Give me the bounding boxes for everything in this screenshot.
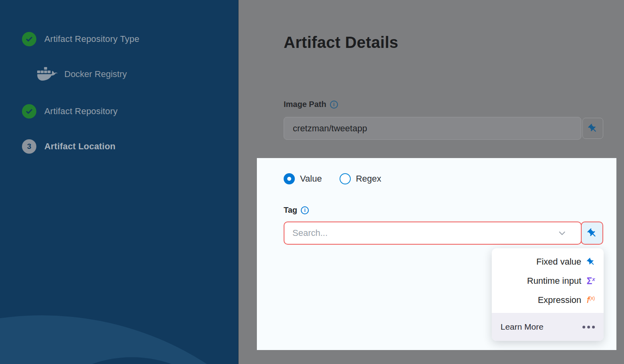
- image-path-label: Image Path i: [284, 100, 338, 109]
- tag-type-radio-group: Value Regex: [284, 173, 381, 184]
- sidebar-step-artifact-repository-type[interactable]: Artifact Repository Type: [22, 32, 139, 46]
- wizard-sidebar: Artifact Repository Type Docker Registry: [0, 0, 238, 364]
- menu-item-fixed-value[interactable]: Fixed value: [492, 252, 604, 271]
- step-label: Artifact Repository: [44, 106, 118, 117]
- main-content: Artifact Details Image Path i Value Rege…: [238, 0, 624, 364]
- step-number-badge: 3: [22, 139, 36, 154]
- page-title: Artifact Details: [284, 34, 398, 51]
- menu-item-expression[interactable]: Expression f(x): [492, 291, 604, 310]
- chevron-down-icon[interactable]: [558, 229, 566, 237]
- tag-select-control: [284, 222, 603, 245]
- sidebar-step-artifact-location[interactable]: 3 Artifact Location: [22, 139, 115, 154]
- image-path-pin-button[interactable]: [582, 118, 603, 139]
- sigma-x-icon: Σx: [586, 277, 596, 286]
- tag-search-box: [284, 222, 582, 245]
- tag-label: Tag i: [284, 206, 309, 215]
- menu-item-runtime-input[interactable]: Runtime input Σx: [492, 271, 604, 291]
- info-icon[interactable]: i: [301, 206, 309, 214]
- sub-step-label: Docker Registry: [64, 69, 127, 79]
- radio-regex[interactable]: Regex: [340, 173, 382, 184]
- f-of-x-icon: f(x): [586, 296, 596, 305]
- value-type-menu-items: Fixed value Runtime input Σx Expression …: [492, 248, 604, 313]
- radio-value[interactable]: Value: [284, 173, 322, 184]
- radio-selected-icon: [284, 173, 295, 184]
- sidebar-item-docker-registry[interactable]: Docker Registry: [37, 66, 127, 82]
- menu-footer: Learn More: [492, 313, 604, 341]
- image-path-input[interactable]: [284, 117, 581, 140]
- artifact-wizard-screen: Artifact Repository Type Docker Registry: [0, 0, 624, 364]
- pin-icon: [587, 228, 598, 239]
- docker-whale-icon: [37, 66, 58, 82]
- tag-pin-button[interactable]: [581, 222, 603, 245]
- check-icon: [22, 32, 36, 46]
- tag-search-input[interactable]: [284, 222, 581, 244]
- pin-icon: [588, 123, 598, 134]
- tag-selection-panel: Value Regex Tag i: [257, 158, 616, 350]
- pin-icon: [586, 257, 596, 267]
- step-label: Artifact Repository Type: [44, 34, 139, 44]
- value-type-menu: Fixed value Runtime input Σx Expression …: [492, 248, 604, 341]
- step-label: Artifact Location: [44, 141, 115, 152]
- ellipsis-icon[interactable]: [582, 326, 595, 328]
- info-icon[interactable]: i: [330, 101, 338, 109]
- decorative-arc: [0, 315, 238, 364]
- learn-more-link[interactable]: Learn More: [501, 322, 543, 332]
- check-icon: [22, 104, 36, 119]
- radio-unselected-icon: [340, 173, 351, 184]
- sidebar-step-artifact-repository[interactable]: Artifact Repository: [22, 104, 118, 119]
